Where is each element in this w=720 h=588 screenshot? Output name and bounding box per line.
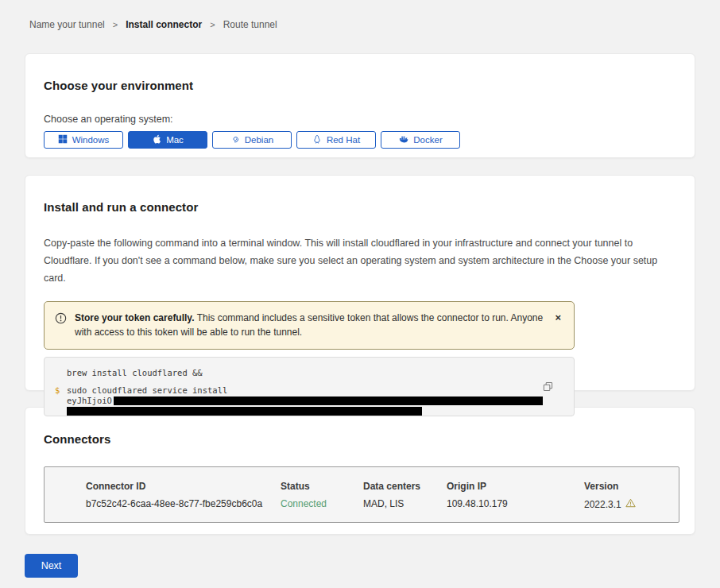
redhat-penguin-icon [312,134,322,146]
breadcrumb-name-your-tunnel[interactable]: Name your tunnel [29,19,105,30]
install-card-title: Install and run a connector [44,200,676,214]
apple-icon [152,133,161,146]
connectors-card: Connectors Connector ID Status Data cent… [25,407,695,535]
environment-card: Choose your environment Choose an operat… [25,53,695,158]
debian-icon [230,134,240,145]
os-button-redhat[interactable]: Red Hat [296,131,376,149]
os-button-label: Windows [72,135,110,145]
copy-icon [543,382,553,394]
install-command-codeblock[interactable]: brew install cloudflared && $sudo cloudf… [44,357,575,416]
redacted-token-bar [67,407,422,416]
code-line-token: eyJhIjoiO [45,396,574,406]
os-button-docker[interactable]: Docker [381,131,460,149]
copy-command-button[interactable] [543,381,553,394]
token-warning-alert: Store your token carefully. This command… [44,301,575,350]
alert-title: Store your token carefully. [75,312,195,323]
install-connector-card: Install and run a connector Copy-paste t… [25,175,695,391]
origin-ip-cell: 109.48.10.179 [447,498,584,510]
os-button-group: Windows Mac Debian Red Hat Docker [44,131,676,149]
column-header-connector-id: Connector ID [86,481,281,492]
redacted-token-bar [114,397,543,405]
breadcrumb-separator: > [210,20,215,29]
os-button-debian[interactable]: Debian [212,131,292,149]
code-line-brew: brew install cloudflared && [45,368,574,378]
next-button[interactable]: Next [25,554,78,578]
os-button-label: Red Hat [327,135,360,145]
alert-circle-icon [55,312,67,329]
breadcrumb-install-connector[interactable]: Install connector [126,19,202,30]
connectors-card-title: Connectors [44,432,676,446]
connector-id-cell: b7c52c42-6caa-48ee-8c77-fbe259cb6c0a [86,498,281,510]
column-header-status: Status [281,481,363,492]
os-button-label: Docker [413,135,442,145]
environment-card-title: Choose your environment [44,79,676,92]
data-centers-cell: MAD, LIS [363,498,447,510]
column-header-version: Version [584,481,679,492]
breadcrumb-route-tunnel[interactable]: Route tunnel [223,19,277,30]
os-button-mac[interactable]: Mac [128,131,207,149]
breadcrumb-separator: > [113,20,118,29]
code-line-sudo: $sudo cloudflared service install [45,385,574,396]
column-header-origin-ip: Origin IP [447,481,584,492]
breadcrumb: Name your tunnel > Install connector > R… [25,19,695,30]
column-header-data-centers: Data centers [363,481,447,492]
os-button-label: Debian [245,135,273,145]
docker-whale-icon [398,135,408,145]
version-warning-icon [625,498,636,510]
windows-icon [58,134,68,145]
install-card-description: Copy-paste the following command into a … [44,235,676,288]
connectors-table: Connector ID Status Data centers Origin … [44,466,679,523]
os-button-label: Mac [166,135,184,145]
version-cell: 2022.3.1 [584,498,679,510]
status-cell: Connected [281,498,363,510]
alert-close-button[interactable]: × [552,311,564,324]
shell-prompt: $ [55,385,60,396]
alert-text: Store your token carefully. This command… [75,311,544,340]
os-select-label: Choose an operating system: [44,114,676,125]
os-button-windows[interactable]: Windows [44,131,123,149]
